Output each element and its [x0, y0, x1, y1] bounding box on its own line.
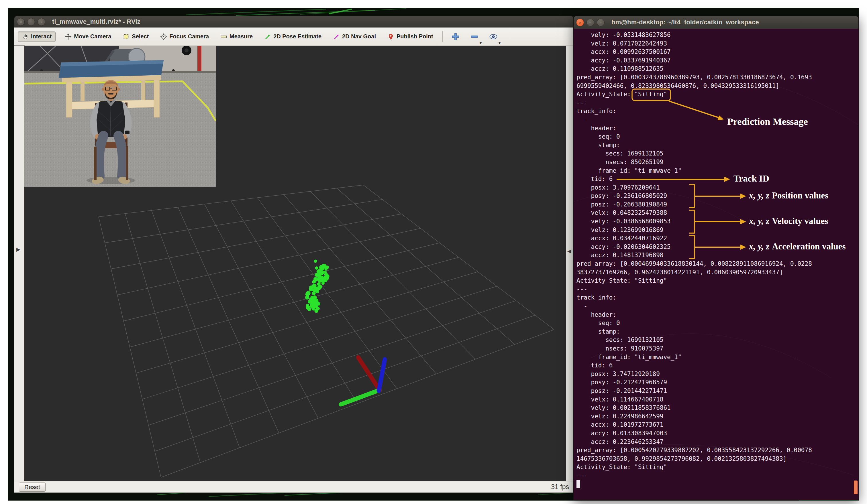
move-arrows-icon: [65, 33, 72, 40]
terminal-body[interactable]: vely: -0.0531483627856 velz: 0.071702264…: [574, 29, 858, 500]
tool-interact[interactable]: Interact: [18, 32, 56, 42]
tool-publish-point-label: Publish Point: [397, 33, 433, 40]
terminal-scrollbar[interactable]: [854, 29, 858, 500]
tool-measure-label: Measure: [229, 33, 253, 40]
terminal-maximize-button[interactable]: ▫: [597, 19, 604, 26]
tool-2d-pose-estimate[interactable]: 2D Pose Estimate: [262, 32, 324, 42]
tool-move-camera[interactable]: Move Camera: [63, 32, 114, 42]
minus-icon: [470, 32, 479, 41]
rviz-window-title: ti_mmwave_multi.rviz* - RViz: [52, 18, 140, 25]
plus-icon: [451, 32, 460, 41]
focus-crosshair-icon: [160, 33, 167, 40]
tool-2d-nav-goal-label: 2D Nav Goal: [342, 33, 376, 40]
chevron-right-icon[interactable]: ▶: [16, 246, 20, 253]
point-cloud: [305, 260, 330, 313]
rviz-statusbar: Reset 31 fps: [14, 481, 574, 493]
red-rack-post: [197, 46, 201, 72]
camera-view-button[interactable]: ▾: [488, 31, 500, 42]
left-leg: [99, 136, 104, 176]
axes-marker: [341, 358, 385, 404]
tool-2d-nav-goal[interactable]: 2D Nav Goal: [331, 32, 378, 42]
terminal-title: hm@hm-desktop: ~/lt4_folder/catkin_works…: [611, 19, 759, 26]
zoom-in-button[interactable]: [450, 31, 462, 42]
hand-icon: [22, 33, 29, 40]
chevron-down-icon[interactable]: ▾: [480, 41, 482, 45]
displays-panel-collapsed[interactable]: ▶: [14, 46, 24, 481]
terminal-close-button[interactable]: ×: [576, 19, 584, 26]
tool-measure[interactable]: Measure: [218, 32, 255, 42]
fps-label: 31 fps: [551, 483, 569, 491]
selection-box-icon: [122, 33, 129, 40]
rviz-close-button[interactable]: ×: [17, 18, 25, 26]
camera-image-overlay: [24, 46, 216, 187]
smartwatch: [125, 131, 129, 134]
map-pin-icon: [387, 33, 394, 40]
terminal-titlebar[interactable]: × − ▫ hm@hm-desktop: ~/lt4_folder/catkin…: [574, 16, 858, 29]
tool-select-label: Select: [132, 33, 149, 40]
nav-goal-arrow-icon: [333, 33, 340, 40]
rviz-toolbar: Interact Move Camera Select Focus Camera…: [14, 28, 574, 46]
chevron-down-icon[interactable]: ▾: [499, 41, 501, 45]
tool-move-camera-label: Move Camera: [74, 33, 111, 40]
zoom-out-button[interactable]: ▾: [469, 31, 481, 42]
chevron-left-icon[interactable]: ◀: [567, 248, 571, 254]
ruler-icon: [220, 33, 227, 40]
rviz-minimize-button[interactable]: −: [27, 18, 35, 26]
tool-select[interactable]: Select: [120, 32, 151, 42]
rviz-titlebar[interactable]: × − ▫ ti_mmwave_multi.rviz* - RViz: [14, 16, 574, 28]
tool-focus-camera[interactable]: Focus Camera: [158, 32, 211, 42]
tool-focus-camera-label: Focus Camera: [169, 33, 209, 40]
pose-estimate-arrow-icon: [264, 33, 271, 40]
eye-icon: [489, 32, 498, 41]
ground-grid: [98, 185, 554, 478]
terminal-output[interactable]: vely: -0.0531483627856 velz: 0.071702264…: [577, 31, 812, 480]
rviz-maximize-button[interactable]: ▫: [38, 18, 45, 26]
terminal-minimize-button[interactable]: −: [587, 19, 594, 26]
terminal-scrollbar-thumb[interactable]: [854, 481, 858, 494]
page: × − ▫ ti_mmwave_multi.rviz* - RViz Inter…: [0, 0, 867, 504]
viewport-3d[interactable]: [24, 46, 566, 481]
toolbar-separator: [442, 31, 443, 42]
tool-2d-pose-estimate-label: 2D Pose Estimate: [273, 33, 321, 40]
views-panel-collapsed[interactable]: ◀: [566, 46, 574, 481]
reset-button[interactable]: Reset: [19, 483, 45, 492]
tool-interact-label: Interact: [31, 33, 52, 40]
right-leg: [118, 136, 122, 176]
terminal-cursor: [577, 480, 580, 488]
tool-publish-point[interactable]: Publish Point: [385, 32, 436, 42]
